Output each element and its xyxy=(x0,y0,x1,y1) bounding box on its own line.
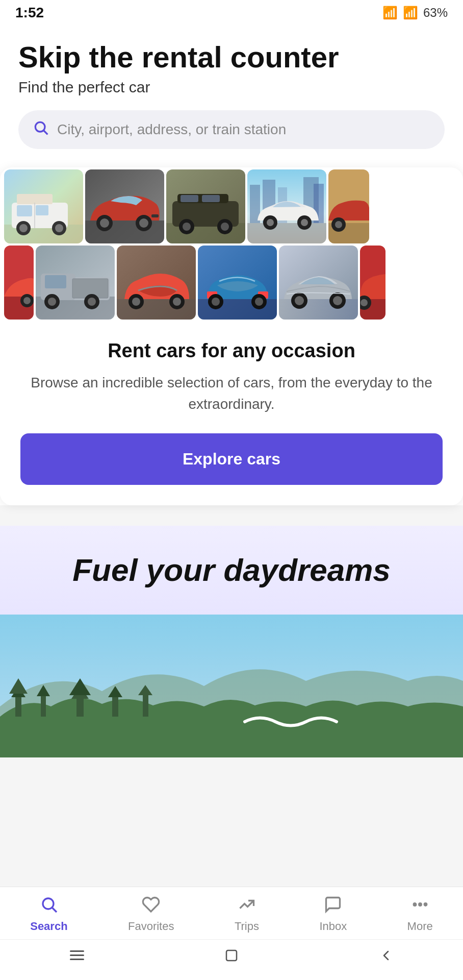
nav-item-inbox[interactable]: Inbox xyxy=(309,895,357,933)
svg-rect-36 xyxy=(247,223,326,243)
svg-point-27 xyxy=(183,223,191,231)
svg-rect-94 xyxy=(143,694,148,717)
battery-label: 63% xyxy=(423,6,448,20)
android-recents-button[interactable] xyxy=(68,948,86,967)
car-thumb-3 xyxy=(166,169,245,243)
svg-point-58 xyxy=(88,298,96,306)
svg-rect-89 xyxy=(76,696,84,717)
svg-point-16 xyxy=(100,218,109,228)
bluetooth-icon: 📶 xyxy=(382,6,398,20)
svg-rect-103 xyxy=(70,959,84,960)
svg-point-11 xyxy=(55,224,63,232)
svg-point-64 xyxy=(173,298,181,306)
svg-rect-6 xyxy=(17,205,32,216)
svg-rect-24 xyxy=(181,195,198,202)
car-thumb-1 xyxy=(4,169,83,243)
svg-line-97 xyxy=(53,908,57,912)
svg-point-38 xyxy=(267,219,274,226)
car-showcase-card: Rent cars for any occasion Browse an inc… xyxy=(0,167,463,505)
favorites-nav-icon xyxy=(142,895,160,917)
daydreams-title-area: Fuel your daydreams xyxy=(0,526,463,615)
android-nav xyxy=(0,939,463,980)
svg-rect-53 xyxy=(45,275,66,288)
car-thumb-4 xyxy=(247,169,326,243)
card-title: Rent cars for any occasion xyxy=(20,340,443,362)
nav-label-inbox: Inbox xyxy=(319,920,347,933)
svg-line-1 xyxy=(44,131,47,134)
svg-point-56 xyxy=(48,298,56,306)
status-bar: 1:52 📶 📶 63% xyxy=(0,0,463,26)
svg-point-29 xyxy=(221,223,229,231)
android-home-button[interactable] xyxy=(222,946,241,969)
svg-point-62 xyxy=(132,298,140,306)
svg-point-9 xyxy=(19,224,28,232)
nav-item-trips[interactable]: Trips xyxy=(224,895,269,933)
car-row-1 xyxy=(4,169,459,243)
nav-label-favorites: Favorites xyxy=(128,920,174,933)
bottom-nav: Search Favorites Trips xyxy=(0,887,463,980)
svg-rect-84 xyxy=(15,695,21,717)
trips-nav-icon xyxy=(238,895,256,917)
wifi-icon: 📶 xyxy=(403,6,418,20)
nav-label-more: More xyxy=(407,920,433,933)
daydreams-section: Fuel your daydreams xyxy=(0,526,463,757)
svg-point-76 xyxy=(295,296,304,305)
search-icon xyxy=(33,119,49,140)
svg-point-48 xyxy=(23,297,31,304)
svg-point-99 xyxy=(419,903,421,906)
svg-rect-87 xyxy=(41,694,46,717)
svg-point-44 xyxy=(335,221,342,228)
hero-title: Skip the rental counter xyxy=(18,41,445,74)
nav-item-search[interactable]: Search xyxy=(20,895,78,933)
nav-items: Search Favorites Trips xyxy=(0,887,463,939)
car-row-2 xyxy=(4,246,459,320)
card-description: Browse an incredible selection of cars, … xyxy=(20,372,443,415)
car-thumb-11 xyxy=(360,246,385,320)
car-thumb-2 xyxy=(85,169,164,243)
car-thumb-5 xyxy=(328,169,369,243)
nav-label-trips: Trips xyxy=(235,920,259,933)
svg-point-70 xyxy=(212,298,220,306)
search-placeholder: City, airport, address, or train station xyxy=(57,121,286,138)
svg-point-98 xyxy=(414,903,416,906)
svg-point-78 xyxy=(333,296,342,305)
daydreams-title: Fuel your daydreams xyxy=(18,551,445,589)
svg-rect-102 xyxy=(70,954,84,956)
svg-point-40 xyxy=(301,219,308,226)
inbox-nav-icon xyxy=(324,895,342,917)
scenic-image xyxy=(0,615,463,757)
search-nav-icon xyxy=(40,895,58,917)
nav-item-favorites[interactable]: Favorites xyxy=(118,895,184,933)
svg-point-0 xyxy=(35,122,45,132)
svg-rect-101 xyxy=(70,950,84,952)
hero-subtitle: Find the perfect car xyxy=(18,79,445,96)
svg-rect-25 xyxy=(202,195,220,202)
svg-point-72 xyxy=(255,298,263,306)
nav-label-search: Search xyxy=(30,920,67,933)
card-text-section: Rent cars for any occasion Browse an inc… xyxy=(0,322,463,505)
more-nav-icon xyxy=(411,895,429,917)
svg-point-96 xyxy=(43,898,54,909)
svg-rect-7 xyxy=(36,205,48,215)
car-thumb-8 xyxy=(117,246,196,320)
car-thumb-9 xyxy=(198,246,277,320)
explore-cars-button[interactable]: Explore cars xyxy=(20,433,443,485)
svg-point-100 xyxy=(424,903,427,906)
svg-rect-19 xyxy=(151,214,159,217)
svg-point-18 xyxy=(139,218,148,228)
status-time: 1:52 xyxy=(15,5,44,21)
search-bar[interactable]: City, airport, address, or train station xyxy=(18,110,445,149)
car-thumb-6 xyxy=(4,246,34,320)
svg-rect-104 xyxy=(226,950,237,961)
car-thumb-10 xyxy=(279,246,358,320)
svg-rect-92 xyxy=(112,695,118,717)
svg-rect-74 xyxy=(279,299,358,320)
android-back-button[interactable] xyxy=(377,946,395,969)
status-icons: 📶 📶 63% xyxy=(382,6,448,20)
main-content: Skip the rental counter Find the perfect… xyxy=(0,26,463,505)
svg-point-82 xyxy=(361,299,368,306)
nav-item-more[interactable]: More xyxy=(397,895,443,933)
car-thumb-7 xyxy=(36,246,115,320)
